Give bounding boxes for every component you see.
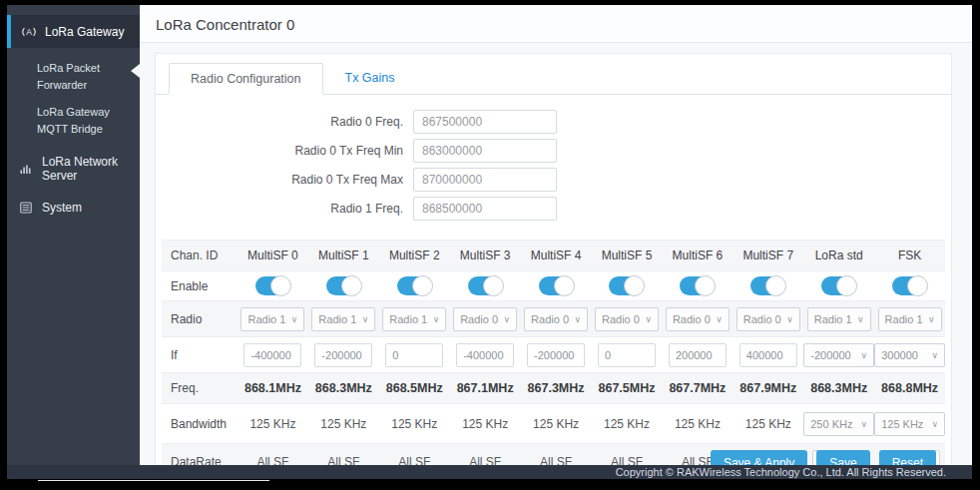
tab-tx-gains[interactable]: Tx Gains	[323, 63, 417, 94]
table-header-row: Chan. IDMultiSF 0MultiSF 1MultiSF 2Multi…	[162, 240, 945, 270]
sidebar-item-label: LoRa Network Server	[42, 155, 140, 183]
chevron-down-icon: ∨	[362, 314, 369, 324]
freq-value-6: 867.7MHz	[669, 381, 726, 395]
enable-toggle-8[interactable]	[821, 276, 856, 295]
sidebar-item-lora-gateway[interactable]: A LoRa Gateway	[7, 15, 140, 48]
freq-value-9: 868.8MHz	[881, 381, 938, 395]
sidebar-item-lora-network-server[interactable]: LoRa Network Server	[7, 155, 140, 183]
toggle-knob	[270, 275, 291, 296]
bandwidth-select-8[interactable]: 250 KHz∨	[803, 412, 874, 436]
main-content: LoRa Concentrator 0 Radio Configuration …	[140, 5, 972, 479]
freq-value-8: 868.3MHz	[810, 381, 867, 395]
radio-select-2[interactable]: Radio 1∨	[382, 307, 446, 331]
radio-select-5[interactable]: Radio 0∨	[595, 307, 659, 331]
if-input-6[interactable]	[669, 343, 727, 367]
if-input-3[interactable]	[456, 343, 514, 367]
channel-table: Chan. IDMultiSF 0MultiSF 1MultiSF 2Multi…	[162, 240, 945, 479]
bandwidth-value-7: 125 KHz	[745, 417, 791, 431]
freq-value-3: 867.1MHz	[457, 381, 514, 395]
radio-select-3[interactable]: Radio 0∨	[453, 307, 517, 331]
column-header: MultiSF 7	[733, 248, 803, 262]
bandwidth-value-1: 125 KHz	[320, 417, 366, 431]
enable-toggle-5[interactable]	[609, 276, 644, 295]
enable-toggle-9[interactable]	[892, 276, 927, 295]
field-label: Radio 0 Tx Freq Min	[156, 144, 413, 158]
select-value: Radio 0	[460, 313, 498, 325]
sidebar-subnav: LoRa Packet Forwarder LoRa Gateway MQTT …	[7, 48, 140, 138]
bandwidth-value-2: 125 KHz	[391, 417, 437, 431]
toggle-knob	[554, 275, 575, 296]
toggle-knob	[836, 275, 857, 296]
chevron-down-icon: ∨	[928, 314, 935, 324]
column-header: MultiSF 2	[379, 248, 450, 262]
chevron-down-icon: ∨	[716, 314, 723, 324]
radio0-tx-freq-min-input[interactable]	[413, 139, 557, 163]
sidebar-item-lora-gateway-mqtt-bridge[interactable]: LoRa Gateway MQTT Bridge	[37, 104, 140, 138]
field-label: Radio 1 Freq.	[156, 202, 413, 216]
select-value: Radio 1	[389, 313, 427, 325]
bandwidth-value-0: 125 KHz	[249, 417, 295, 431]
table-row-freq: Freq.868.1MHz868.3MHz868.5MHz867.1MHz867…	[162, 372, 945, 403]
frame-artifact-line	[38, 480, 269, 481]
radio1-freq-input[interactable]	[413, 197, 557, 221]
config-card: Radio Configuration Tx Gains Radio 0 Fre…	[155, 53, 952, 479]
enable-toggle-3[interactable]	[468, 276, 503, 295]
if-input-2[interactable]	[385, 343, 443, 367]
column-header: MultiSF 5	[592, 248, 663, 262]
enable-toggle-1[interactable]	[326, 276, 361, 295]
table-row-bandwidth: Bandwidth125 KHz125 KHz125 KHz125 KHz125…	[162, 403, 945, 443]
chevron-down-icon: ∨	[931, 419, 938, 429]
column-header: FSK	[874, 248, 945, 262]
bandwidth-value-3: 125 KHz	[462, 417, 508, 431]
sidebar-item-system[interactable]: System	[7, 200, 140, 216]
radio-select-0[interactable]: Radio 1∨	[241, 307, 304, 331]
enable-toggle-0[interactable]	[255, 276, 290, 295]
app-window: A LoRa Gateway LoRa Packet Forwarder LoR…	[7, 5, 972, 479]
enable-toggle-7[interactable]	[750, 276, 785, 295]
freq-value-2: 868.5MHz	[386, 381, 443, 395]
if-select-9[interactable]: 300000∨	[874, 343, 945, 367]
if-input-1[interactable]	[314, 343, 372, 367]
select-value: 125 KHz	[881, 418, 923, 430]
radio-select-9[interactable]: Radio 1∨	[878, 307, 942, 331]
radio-select-8[interactable]: Radio 1∨	[807, 307, 871, 331]
if-input-7[interactable]	[739, 343, 797, 367]
table-row-radio: RadioRadio 1∨Radio 1∨Radio 1∨Radio 0∨Rad…	[162, 300, 945, 336]
radio0-freq-input[interactable]	[413, 110, 557, 134]
radio-select-6[interactable]: Radio 0∨	[666, 307, 730, 331]
if-input-4[interactable]	[527, 343, 585, 367]
enable-toggle-2[interactable]	[397, 276, 432, 295]
radio-select-4[interactable]: Radio 0∨	[524, 307, 588, 331]
row-label: If	[162, 348, 238, 362]
enable-toggle-4[interactable]	[539, 276, 574, 295]
toggle-knob	[483, 275, 504, 296]
column-header: MultiSF 0	[238, 248, 308, 262]
radio0-tx-freq-max-input[interactable]	[413, 168, 557, 192]
radio-select-1[interactable]: Radio 1∨	[311, 307, 375, 331]
enable-toggle-6[interactable]	[680, 276, 715, 295]
tab-radio-configuration[interactable]: Radio Configuration	[169, 63, 323, 95]
bandwidth-value-4: 125 KHz	[533, 417, 579, 431]
bandwidth-select-9[interactable]: 125 KHz∨	[874, 412, 945, 436]
if-select-8[interactable]: -200000∨	[803, 343, 874, 367]
column-header: MultiSF 4	[521, 248, 592, 262]
chevron-down-icon: ∨	[786, 314, 793, 324]
chevron-down-icon: ∨	[931, 350, 938, 360]
column-header: Chan. ID	[162, 248, 238, 262]
sidebar-item-lora-packet-forwarder[interactable]: LoRa Packet Forwarder	[37, 60, 140, 94]
toggle-knob	[907, 275, 928, 296]
column-header: MultiSF 1	[308, 248, 379, 262]
select-value: Radio 0	[531, 313, 569, 325]
column-header: LoRa std	[803, 248, 874, 262]
toggle-knob	[695, 275, 716, 296]
chevron-down-icon: ∨	[645, 314, 652, 324]
select-value: Radio 1	[247, 313, 285, 325]
freq-value-5: 867.5MHz	[598, 381, 655, 395]
radio-select-7[interactable]: Radio 0∨	[736, 307, 800, 331]
sidebar-subitem-label: LoRa Gateway MQTT Bridge	[37, 106, 110, 135]
if-input-5[interactable]	[598, 343, 656, 367]
select-value: -200000	[810, 349, 850, 361]
chevron-down-icon: ∨	[291, 314, 298, 324]
sidebar-subitem-label: LoRa Packet Forwarder	[37, 62, 100, 91]
if-input-0[interactable]	[244, 343, 301, 367]
